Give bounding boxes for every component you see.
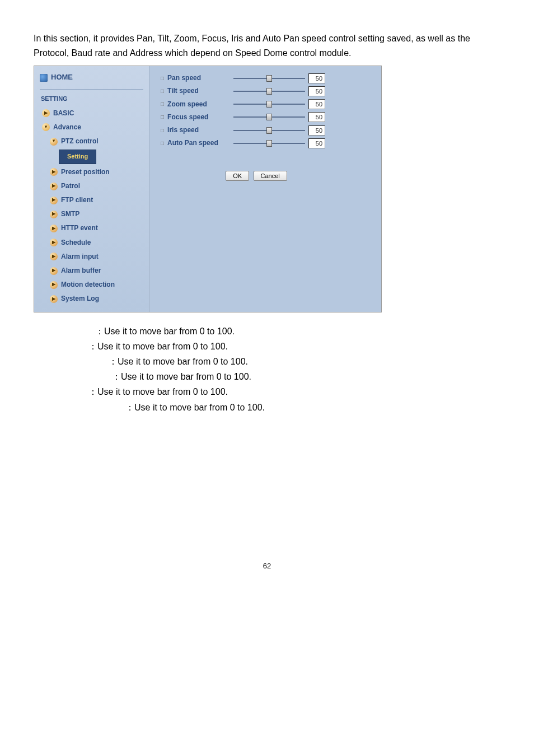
nav-ptz-control[interactable]: ▼ PTZ control <box>34 134 149 148</box>
zoom-speed-label: Zoom speed <box>167 99 230 110</box>
doc-line: ：Use it to move bar from 0 to 100. <box>88 384 500 399</box>
nav-alarm-buffer[interactable]: ▶ Alarm buffer <box>34 264 149 278</box>
nav-label: SMTP <box>61 209 79 220</box>
arrow-icon: ▶ <box>50 183 58 190</box>
cancel-button[interactable]: Cancel <box>254 171 287 181</box>
sidebar: HOME SETTING ▶ BASIC ▼ Advance ▼ PTZ con… <box>34 66 149 311</box>
home-icon <box>40 74 48 82</box>
arrow-icon: ▶ <box>50 225 58 232</box>
focus-speed-value[interactable]: 50 <box>308 112 325 122</box>
doc-line: ：Use it to move bar from 0 to 100. <box>88 339 500 354</box>
zoom-speed-slider[interactable] <box>233 99 305 109</box>
divider <box>40 89 143 90</box>
pan-speed-slider[interactable] <box>233 73 305 83</box>
arrow-icon: ▶ <box>50 239 58 246</box>
nav-label: BASIC <box>53 108 74 119</box>
slider-thumb-icon[interactable] <box>266 75 272 82</box>
iris-speed-slider[interactable] <box>233 125 305 136</box>
pan-speed-value[interactable]: 50 <box>308 73 325 83</box>
nav-http-event[interactable]: ▶ HTTP event <box>34 221 149 235</box>
main-area: □ Pan speed 50 □ Tilt speed 50 □ Zoom sp… <box>149 66 381 311</box>
nav-label: Advance <box>53 122 81 133</box>
doc-line: ：Use it to move bar from 0 to 100. <box>109 354 500 369</box>
arrow-down-icon: ▼ <box>42 123 50 131</box>
arrow-icon: ▶ <box>50 253 58 260</box>
nav-label: Motion detection <box>61 279 115 290</box>
nav-label: Alarm input <box>61 251 99 262</box>
zoom-speed-row: □ Zoom speed 50 <box>161 99 374 110</box>
bullet-icon: □ <box>161 139 164 148</box>
auto-pan-speed-label: Auto Pan speed <box>167 138 230 148</box>
nav-motion-detection[interactable]: ▶ Motion detection <box>34 278 149 292</box>
page-number: 62 <box>34 561 500 572</box>
settings-panel: HOME SETTING ▶ BASIC ▼ Advance ▼ PTZ con… <box>34 66 382 312</box>
iris-speed-label: Iris speed <box>167 125 230 136</box>
slider-thumb-icon[interactable] <box>266 101 272 108</box>
doc-line: ：Use it to move bar from 0 to 100. <box>95 324 500 339</box>
focus-speed-row: □ Focus speed 50 <box>161 112 374 123</box>
doc-descriptions: ：Use it to move bar from 0 to 100. ：Use … <box>95 324 500 415</box>
bullet-icon: □ <box>161 113 164 122</box>
slider-thumb-icon[interactable] <box>266 140 272 147</box>
nav-basic[interactable]: ▶ BASIC <box>34 106 149 120</box>
arrow-icon: ▶ <box>50 197 58 204</box>
arrow-icon: ▶ <box>50 267 58 275</box>
tilt-speed-slider[interactable] <box>233 86 305 96</box>
slider-thumb-icon[interactable] <box>266 114 272 120</box>
nav-label: PTZ control <box>61 136 99 147</box>
nav-label: Preset position <box>61 167 110 178</box>
ok-button[interactable]: OK <box>226 171 249 181</box>
iris-speed-row: □ Iris speed 50 <box>161 125 374 136</box>
nav-alarm-input[interactable]: ▶ Alarm input <box>34 250 149 264</box>
arrow-icon: ▶ <box>50 295 58 303</box>
nav-label: HTTP event <box>61 223 98 234</box>
bullet-icon: □ <box>161 100 164 109</box>
nav-smtp[interactable]: ▶ SMTP <box>34 207 149 221</box>
pan-speed-label: Pan speed <box>167 73 230 83</box>
tilt-speed-value[interactable]: 50 <box>308 86 325 96</box>
home-link[interactable]: HOME <box>34 69 149 89</box>
arrow-icon: ▶ <box>50 211 58 218</box>
auto-pan-speed-slider[interactable] <box>233 138 305 148</box>
section-setting: SETTING <box>34 93 149 106</box>
auto-pan-speed-row: □ Auto Pan speed 50 <box>161 138 374 148</box>
tilt-speed-label: Tilt speed <box>167 86 230 96</box>
arrow-icon: ▶ <box>50 168 58 176</box>
arrow-icon: ▶ <box>42 109 50 117</box>
auto-pan-speed-value[interactable]: 50 <box>308 138 325 148</box>
nav-ftp-client[interactable]: ▶ FTP client <box>34 193 149 207</box>
pan-speed-row: □ Pan speed 50 <box>161 73 374 83</box>
nav-label: Patrol <box>61 181 80 192</box>
nav-label: Alarm buffer <box>61 265 101 276</box>
arrow-icon: ▶ <box>50 281 58 289</box>
nav-advance[interactable]: ▼ Advance <box>34 120 149 134</box>
nav-patrol[interactable]: ▶ Patrol <box>34 179 149 193</box>
nav-label: System Log <box>61 293 99 304</box>
slider-thumb-icon[interactable] <box>266 88 272 95</box>
doc-line: ：Use it to move bar from 0 to 100. <box>112 369 500 384</box>
intro-text: In this section, it provides Pan, Tilt, … <box>34 31 500 60</box>
arrow-down-icon: ▼ <box>50 138 58 146</box>
tilt-speed-row: □ Tilt speed 50 <box>161 86 374 96</box>
nav-schedule[interactable]: ▶ Schedule <box>34 236 149 250</box>
bullet-icon: □ <box>161 87 164 96</box>
nav-system-log[interactable]: ▶ System Log <box>34 292 149 306</box>
bullet-icon: □ <box>161 126 164 135</box>
nav-label: Schedule <box>61 237 91 248</box>
nav-setting-selected[interactable]: Setting <box>59 150 96 164</box>
zoom-speed-value[interactable]: 50 <box>308 99 325 109</box>
bullet-icon: □ <box>161 74 164 83</box>
slider-thumb-icon[interactable] <box>266 127 272 134</box>
nav-label: FTP client <box>61 195 93 206</box>
focus-speed-slider[interactable] <box>233 112 305 122</box>
doc-line: ：Use it to move bar from 0 to 100. <box>125 400 500 415</box>
iris-speed-value[interactable]: 50 <box>308 125 325 136</box>
home-label: HOME <box>51 72 73 83</box>
nav-preset-position[interactable]: ▶ Preset position <box>34 165 149 179</box>
focus-speed-label: Focus speed <box>167 112 230 123</box>
